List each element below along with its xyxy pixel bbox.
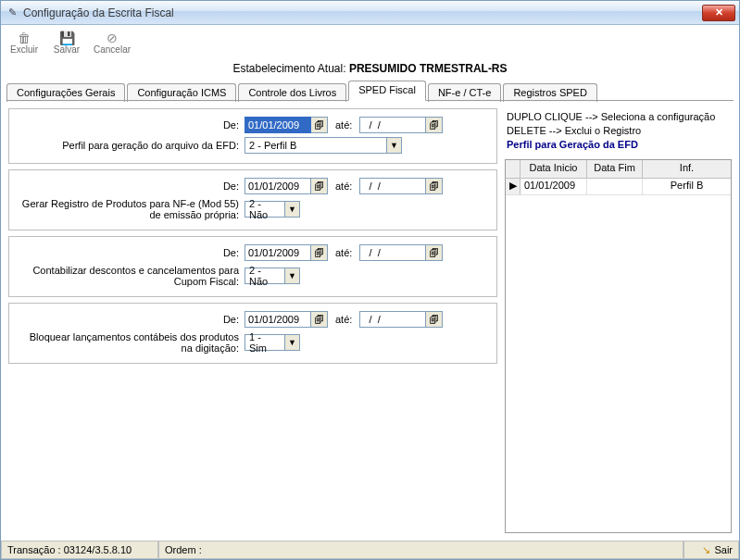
grid-col-data-fim[interactable]: Data Fim <box>587 160 643 178</box>
status-ordem: Ordem : <box>158 541 684 559</box>
de-label: De: <box>19 247 245 258</box>
combo-value: 2 - Perfil B <box>245 140 386 151</box>
sair-button[interactable]: ↘ Sair <box>684 541 739 559</box>
status-trans-label: Transação : <box>7 544 61 555</box>
combo-value: 2 - Não <box>245 198 284 220</box>
ate-input[interactable] <box>359 117 426 133</box>
panel-registro-produtos: De: 🗐 até: 🗐 Gerar Registro de Produtos … <box>8 169 497 230</box>
header-label: Estabelecimento Atual: <box>232 62 345 75</box>
close-icon: ✕ <box>715 6 723 19</box>
calendar-icon: 🗐 <box>430 181 439 192</box>
ate-input[interactable] <box>359 244 426 261</box>
panel-bloquear-lanc: De: 🗐 até: 🗐 Bloquear lançamentos contáb… <box>8 303 497 364</box>
de-input[interactable] <box>245 178 311 194</box>
perfil-combo[interactable]: 2 - Perfil B ▼ <box>245 137 402 154</box>
panel-perfil-efd: De: 🗐 até: 🗐 Perfil para geração do arqu… <box>8 108 497 164</box>
hints-block: DUPLO CLIQUE --> Seleciona a configuraçã… <box>505 108 732 159</box>
calendar-icon: 🗐 <box>430 315 439 325</box>
hint-line: DUPLO CLIQUE --> Seleciona a configuraçã… <box>507 110 730 124</box>
tab-config-icms[interactable]: Configuração ICMS <box>127 83 236 102</box>
hint-line: DELETE --> Exclui o Registro <box>507 124 730 138</box>
cell-data-fim <box>587 179 643 194</box>
calendar-button[interactable]: 🗐 <box>426 311 443 328</box>
right-column: DUPLO CLIQUE --> Seleciona a configuraçã… <box>505 108 732 533</box>
calendar-button[interactable]: 🗐 <box>426 178 443 194</box>
header-establishment: Estabelecimento Atual: PRESUMIDO TRMESTR… <box>1 60 739 81</box>
calendar-button[interactable]: 🗐 <box>311 117 328 133</box>
ate-label: até: <box>335 180 352 192</box>
calendar-button[interactable]: 🗐 <box>426 244 443 261</box>
calendar-icon: 🗐 <box>430 248 439 258</box>
descontos-combo[interactable]: 2 - Não ▼ <box>245 268 300 284</box>
calendar-button[interactable]: 🗐 <box>426 117 443 133</box>
calendar-button[interactable]: 🗐 <box>311 311 328 328</box>
chevron-down-icon: ▼ <box>386 138 401 153</box>
trash-icon: 🗑 <box>18 31 31 44</box>
de-label: De: <box>19 119 245 131</box>
tab-nfe-cte[interactable]: NF-e / CT-e <box>428 83 501 102</box>
section-label: Perfil para geração do arquivo da EFD: <box>19 140 245 151</box>
tab-strip: Configurações Gerais Configuração ICMS C… <box>1 81 739 101</box>
window-title: Configuração da Escrita Fiscal <box>23 6 702 19</box>
combo-value: 2 - Não <box>245 265 284 287</box>
salvar-button[interactable]: 💾 Salvar <box>51 31 82 55</box>
tab-config-gerais[interactable]: Configurações Gerais <box>6 83 125 102</box>
section-label: Bloquear lançamentos contábeis dos produ… <box>19 331 245 354</box>
section-label: Contabilizar descontos e cancelamentos p… <box>19 265 245 287</box>
header-value: PRESUMIDO TRMESTRAL-RS <box>349 62 508 75</box>
tab-controle-livros[interactable]: Controle dos Livros <box>238 83 346 102</box>
tab-registros-sped[interactable]: Registros SPED <box>503 83 596 102</box>
calendar-button[interactable]: 🗐 <box>311 178 328 194</box>
calendar-icon: 🗐 <box>430 120 439 131</box>
status-transacao: Transação : 03124/3.5.8.10 <box>1 541 158 559</box>
toolbar: 🗑 Excluir 💾 Salvar ⊘ Cancelar <box>1 25 739 60</box>
panel-descontos-cupom: De: 🗐 até: 🗐 Contabilizar descontos e ca… <box>8 236 497 297</box>
app-icon: ✎ <box>5 6 19 20</box>
de-label: De: <box>19 180 245 192</box>
close-button[interactable]: ✕ <box>702 5 735 21</box>
toolbar-label: Excluir <box>10 44 38 55</box>
calendar-button[interactable]: 🗐 <box>311 244 328 261</box>
toolbar-label: Salvar <box>54 44 80 55</box>
calendar-icon: 🗐 <box>315 181 324 192</box>
titlebar: ✎ Configuração da Escrita Fiscal ✕ <box>1 1 739 25</box>
section-label: Gerar Registro de Produtos para NF-e (Mo… <box>19 198 245 220</box>
grid-col-data-inicio[interactable]: Data Inicio <box>521 160 587 178</box>
ate-label: até: <box>335 314 352 325</box>
chevron-down-icon: ▼ <box>284 202 299 217</box>
status-bar: Transação : 03124/3.5.8.10 Ordem : ↘ Sai… <box>1 541 739 559</box>
exit-icon: ↘ <box>702 544 710 556</box>
ate-input[interactable] <box>359 311 426 328</box>
excluir-button[interactable]: 🗑 Excluir <box>8 31 40 55</box>
sair-label: Sair <box>714 544 733 555</box>
de-input[interactable] <box>245 244 311 261</box>
de-input[interactable] <box>245 117 311 133</box>
hint-title: Perfil para Geração da EFD <box>507 138 730 152</box>
calendar-icon: 🗐 <box>315 120 324 131</box>
row-marker-icon: ▶ <box>506 179 521 194</box>
bloquear-combo[interactable]: 1 - Sim ▼ <box>245 334 300 351</box>
left-column: De: 🗐 até: 🗐 Perfil para geração do arqu… <box>8 108 497 533</box>
config-grid[interactable]: Data Inicio Data Fim Inf. ▶ 01/01/2009 P… <box>505 159 732 533</box>
cancel-icon: ⊘ <box>107 31 118 44</box>
save-icon: 💾 <box>59 31 75 44</box>
tab-content: De: 🗐 até: 🗐 Perfil para geração do arqu… <box>1 101 739 541</box>
toolbar-label: Cancelar <box>94 44 131 55</box>
grid-header: Data Inicio Data Fim Inf. <box>506 160 731 179</box>
table-row[interactable]: ▶ 01/01/2009 Perfil B <box>506 179 731 195</box>
ate-label: até: <box>335 119 352 131</box>
cell-data-inicio: 01/01/2009 <box>521 179 587 194</box>
calendar-icon: 🗐 <box>315 248 324 258</box>
cell-inf: Perfil B <box>643 179 731 194</box>
status-trans-value: 03124/3.5.8.10 <box>64 544 132 555</box>
tab-sped-fiscal[interactable]: SPED Fiscal <box>348 81 426 101</box>
ate-input[interactable] <box>359 178 426 194</box>
ate-label: até: <box>335 247 352 258</box>
chevron-down-icon: ▼ <box>284 335 299 350</box>
registro-produtos-combo[interactable]: 2 - Não ▼ <box>245 201 300 218</box>
combo-value: 1 - Sim <box>245 331 284 354</box>
cancelar-button[interactable]: ⊘ Cancelar <box>94 31 131 55</box>
grid-col-inf[interactable]: Inf. <box>643 160 731 178</box>
de-input[interactable] <box>245 311 311 328</box>
de-label: De: <box>19 314 245 325</box>
